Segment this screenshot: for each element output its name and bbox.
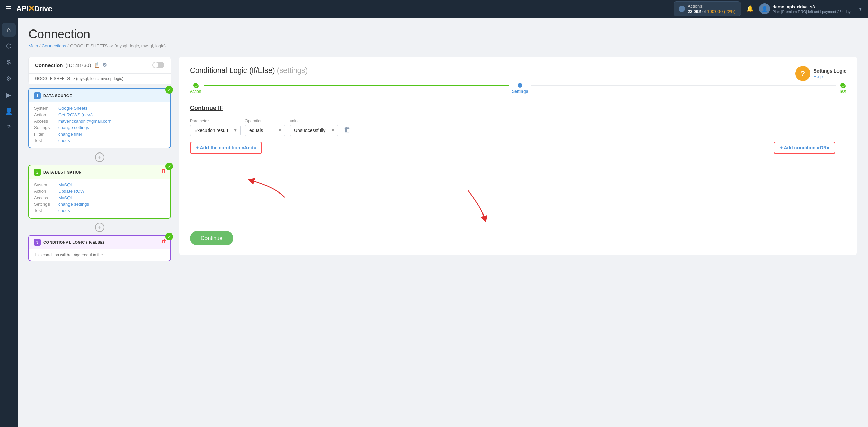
card3-subtitle: This condition will be triggered if in t… (34, 252, 165, 257)
parameter-select[interactable]: Execution result (190, 125, 241, 136)
connection-icons: 📋 ⚙ (94, 62, 107, 68)
arrows-area (190, 170, 846, 231)
info-icon: i (679, 6, 685, 12)
step-action-label: Action (190, 89, 201, 94)
steps-progress: Action Settings Test (190, 83, 846, 94)
sidebar-item-media[interactable]: ▶ (2, 88, 16, 102)
card3-body: This condition will be triggered if in t… (29, 249, 170, 261)
continue-button[interactable]: Continue (190, 231, 233, 245)
avatar: 👤 (759, 3, 770, 14)
left-panel: Connection (ID: 48730) 📋 ⚙ GOOGLE SHEETS… (28, 57, 171, 265)
card2-action-value[interactable]: Update ROW (58, 189, 84, 194)
card3-title: CONDITIONAL LOGIC (IF/ELSE) (43, 240, 104, 244)
section-title-text: Conditional Logic (If/Else) (190, 66, 275, 75)
step-settings-label: Settings (512, 89, 528, 94)
sidebar-item-connections[interactable]: ⬡ (2, 39, 16, 53)
add-or-button[interactable]: + Add condition «OR» (774, 142, 835, 154)
add-and-button[interactable]: + Add the condition «And» (190, 142, 262, 154)
logo: API✕Drive (16, 4, 52, 13)
card1-filter-value[interactable]: change filter (58, 131, 82, 137)
main-content: Connection Main / Connections / GOOGLE S… (18, 18, 868, 427)
actions-count: 22'062 (688, 9, 701, 14)
card1-header: 1 DATA SOURCE (29, 89, 170, 102)
card1-settings-value[interactable]: change settings (58, 125, 89, 130)
help-text: Settings Logic Help (814, 68, 846, 79)
card3-num: 3 (34, 239, 41, 246)
continue-if-label: Continue IF (190, 105, 846, 112)
step-line-1 (204, 85, 509, 86)
logo-text: API✕Drive (16, 4, 52, 13)
value-select[interactable]: Unsuccessfully (290, 125, 338, 136)
card2-system-value[interactable]: MySQL (58, 182, 73, 187)
right-content: Conditional Logic (If/Else) (settings) A… (179, 57, 857, 255)
actions-pct: (22%) (724, 9, 736, 14)
card2-settings-value[interactable]: change settings (58, 202, 89, 207)
connector-plus-2[interactable]: + (95, 223, 104, 232)
breadcrumb-main[interactable]: Main (28, 43, 38, 48)
content-layout: Connection (ID: 48730) 📋 ⚙ GOOGLE SHEETS… (28, 57, 857, 265)
filter-row: Parameter Execution result ▼ Operation (190, 119, 846, 136)
actions-badge: i Actions: 22'062 of 100'000 (22%) (674, 1, 741, 16)
page-title: Connection (28, 27, 857, 41)
card1-title: DATA SOURCE (43, 94, 72, 98)
user-plan: Plan |Premium PRO| left until payment 25… (773, 9, 853, 14)
conditional-logic-card: ✓ 🗑 3 CONDITIONAL LOGIC (IF/ELSE) This c… (28, 235, 171, 261)
card1-num: 1 (34, 92, 41, 99)
operation-group: Operation equals ▼ (245, 119, 285, 136)
user-area: 👤 demo_apix-drive_s3 Plan |Premium PRO| … (759, 3, 863, 14)
step-line-2 (531, 85, 836, 86)
data-source-card: ✓ 1 DATA SOURCE SystemGoogle Sheets Acti… (28, 88, 171, 148)
copy-icon[interactable]: 📋 (94, 62, 100, 68)
connector-plus-1[interactable]: + (95, 152, 104, 162)
card1-access-value[interactable]: maverickandrii@gmail.com (58, 119, 111, 124)
connection-toggle[interactable] (152, 62, 164, 68)
card1-action-value[interactable]: Get ROWS (new) (58, 112, 93, 117)
step-test-dot (840, 83, 845, 88)
sidebar-item-help[interactable]: ? (2, 121, 16, 134)
filter-delete-button[interactable]: 🗑 (342, 123, 352, 136)
settings-logic-label: Settings Logic (814, 68, 846, 74)
sidebar-item-profile[interactable]: 👤 (2, 104, 16, 118)
card2-access-value[interactable]: MySQL (58, 195, 73, 200)
breadcrumb-current: GOOGLE SHEETS -> (mysql, logic, mysql, l… (70, 43, 166, 48)
card3-header: 3 CONDITIONAL LOGIC (IF/ELSE) (29, 236, 170, 249)
sidebar-item-home[interactable]: ⌂ (2, 23, 16, 37)
hamburger-menu[interactable]: ☰ (5, 5, 12, 13)
chevron-down-icon[interactable]: ▼ (858, 6, 863, 12)
connection-title-label: Connection (35, 62, 63, 68)
card2-delete[interactable]: 🗑 (161, 168, 167, 174)
card2-test-value[interactable]: check (58, 208, 70, 213)
parameter-label: Parameter (190, 119, 241, 123)
card2-test-label: Test (34, 208, 54, 213)
card1-test-value[interactable]: check (58, 138, 70, 143)
step-settings: Settings (512, 83, 528, 94)
operation-select-wrap: equals ▼ (245, 125, 285, 136)
card1-system-label: System (34, 106, 54, 111)
bell-icon[interactable]: 🔔 (746, 5, 754, 13)
card1-filter-label: Filter (34, 131, 54, 137)
card1-system-value[interactable]: Google Sheets (58, 106, 87, 111)
sidebar-item-billing[interactable]: $ (2, 56, 16, 69)
breadcrumb: Main / Connections / GOOGLE SHEETS -> (m… (28, 43, 857, 48)
card2-access-label: Access (34, 195, 54, 200)
help-link[interactable]: Help (814, 74, 823, 79)
value-group: Value Unsuccessfully ▼ (290, 119, 338, 136)
logo-x: ✕ (28, 4, 34, 13)
settings-icon[interactable]: ⚙ (102, 62, 107, 68)
operation-select[interactable]: equals (245, 125, 285, 136)
card2-num: 2 (34, 169, 41, 176)
actions-label: Actions: (688, 4, 703, 9)
actions-of: of (702, 9, 706, 14)
user-info: demo_apix-drive_s3 Plan |Premium PRO| le… (773, 4, 853, 14)
actions-text: Actions: 22'062 of 100'000 (22%) (688, 4, 736, 14)
help-circle-button[interactable]: ? (795, 66, 810, 81)
breadcrumb-connections[interactable]: Connections (42, 43, 66, 48)
step-settings-dot (518, 83, 522, 88)
card1-check: ✓ (165, 86, 173, 94)
operation-label: Operation (245, 119, 285, 123)
value-select-wrap: Unsuccessfully ▼ (290, 125, 338, 136)
card3-delete[interactable]: 🗑 (161, 238, 167, 244)
sidebar-item-tools[interactable]: ⚙ (2, 72, 16, 85)
step-test: Test (839, 83, 846, 94)
value-label: Value (290, 119, 338, 123)
